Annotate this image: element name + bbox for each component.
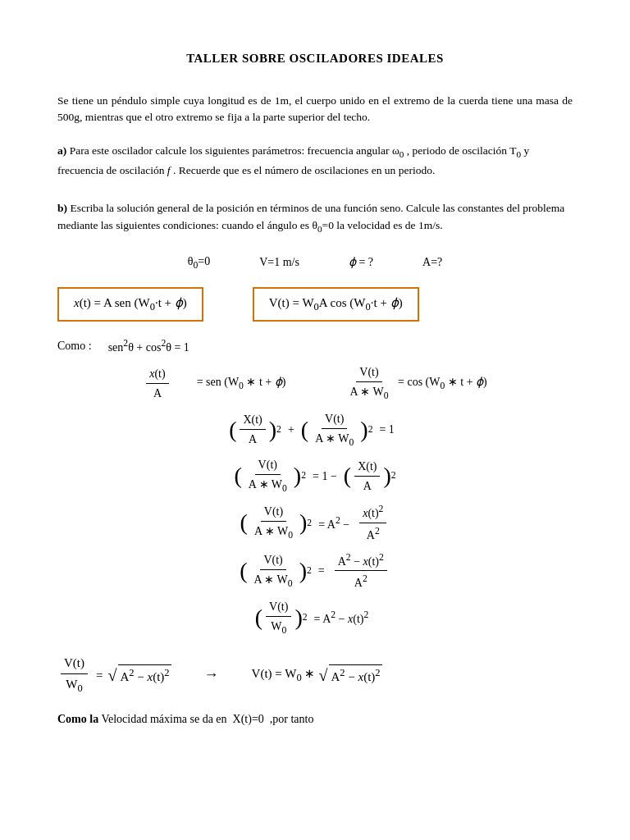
arrow: → [204,664,219,686]
eq-step5: ( V(t) W0 ) 2 = A2 − x(t)2 [57,598,573,637]
como-section: Como : sen2θ + cos2θ = 1 x(t) A = sen (W… [57,336,573,637]
final-math-row: V(t) W0 = √ A2 − x(t)2 → V(t) = W0 ∗ √ A… [57,654,573,696]
frac-Vt-AW0: V(t) A ∗ W0 [346,363,391,403]
phi-question: ϕ = ? [349,253,373,271]
section-b: b) Escriba la solución general de la pos… [57,199,573,236]
como-identity-row: Como : sen2θ + cos2θ = 1 [57,336,573,356]
formula-x-box: x(t) = A sen (W0·t + ϕ) [57,287,203,322]
intro-paragraph: Se tiene un péndulo simple cuya longitud… [57,93,573,126]
eq-step3: ( V(t) A ∗ W0 ) 2 = A2 − x(t)2 A2 [57,502,573,543]
formula-v-box: V(t) = W0A cos (W0·t + ϕ) [253,287,419,322]
conditions-line: θ0=0 V=1 m/s ϕ = ? A=? [57,253,573,272]
A-question: A=? [422,253,442,271]
como-la-text: Como la Velocidad máxima se da en X(t)=0… [57,710,573,728]
section-a-label: a) [57,144,66,157]
sum-squares-eq: ( X(t) A ) 2 + ( V(t) A ∗ W0 ) 2 = 1 [57,410,573,450]
frac-xt-A: x(t) A [146,365,168,402]
trig-identity: sen2θ + cos2θ = 1 [108,336,189,356]
eq-step4: ( V(t) A ∗ W0 ) 2 = A2 − x(t)2 A2 [57,550,573,591]
frac-Xt-A-sq: X(t) A [240,411,265,448]
trig-equiv-row: x(t) A = sen (W0 ∗ t + ϕ) V(t) A ∗ W0 = … [57,363,573,403]
section-b-text: Escriba la solución general de la posici… [57,202,564,231]
page-container: TALLER SOBRE OSCILADORES IDEALES Se tien… [57,49,573,728]
frac-Vt-AW0-sq: V(t) A ∗ W0 [312,410,357,450]
final-section: V(t) W0 = √ A2 − x(t)2 → V(t) = W0 ∗ √ A… [57,654,573,728]
theta-condition: θ0=0 [188,253,210,272]
left-final-eq: V(t) W0 = √ A2 − x(t)2 [57,654,171,696]
section-b-label: b) [57,202,67,214]
section-a: a) Para este oscilador calcule los sigui… [57,142,573,179]
velocity-condition: V=1 m/s [259,253,299,271]
page-title: TALLER SOBRE OSCILADORES IDEALES [57,49,573,68]
section-a-text: Para este oscilador calcule los siguient… [57,144,529,176]
boxed-formulas: x(t) = A sen (W0·t + ϕ) V(t) = W0A cos (… [57,287,573,322]
right-final-eq: V(t) = W0 ∗ √ A2 − x(t)2 [252,663,382,687]
eq-step2: ( V(t) A ∗ W0 ) 2 = 1 − ( X(t) A ) 2 [57,456,573,495]
como-label: Como : [57,337,92,354]
